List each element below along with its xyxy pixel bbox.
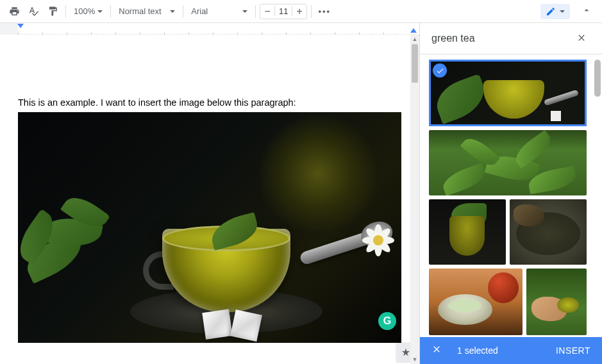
style-dropdown[interactable]: Normal text xyxy=(115,3,179,21)
editing-mode-button[interactable] xyxy=(540,4,570,19)
results-scrollbar-thumb[interactable] xyxy=(594,60,601,97)
collapse-toolbar-button[interactable] xyxy=(579,3,594,20)
font-size-group: − 11 + xyxy=(260,4,307,19)
separator xyxy=(183,5,183,18)
separator xyxy=(65,5,66,18)
paint-format-button[interactable] xyxy=(44,3,62,21)
scroll-up-arrow[interactable]: ▲ xyxy=(410,35,419,44)
zoom-value: 100% xyxy=(74,6,95,16)
ruler-ticks: 12345678910111213141516 xyxy=(0,23,419,35)
document-scrollbar[interactable]: ▲ ▼ xyxy=(410,35,419,364)
scroll-down-arrow[interactable]: ▼ xyxy=(410,355,419,364)
style-value: Normal text xyxy=(119,6,167,16)
spellcheck-icon xyxy=(28,6,39,17)
mint-leaves xyxy=(18,170,146,285)
print-button[interactable] xyxy=(5,3,23,21)
main-area: 12345678910111213141516 This is an examp… xyxy=(0,23,602,364)
separator xyxy=(110,5,111,18)
result-image-4[interactable] xyxy=(510,199,587,265)
document-pane: 12345678910111213141516 This is an examp… xyxy=(0,23,419,364)
deselect-button[interactable] xyxy=(431,344,442,357)
result-image-5[interactable] xyxy=(429,269,523,335)
pencil-icon xyxy=(546,6,556,17)
more-icon: ••• xyxy=(318,6,331,16)
insert-button[interactable]: INSERT xyxy=(556,345,590,356)
ruler-indent-marker[interactable] xyxy=(17,24,24,28)
toolbar: 100% Normal text Arial − 11 + ••• xyxy=(0,0,602,23)
document-image[interactable]: G xyxy=(18,112,401,343)
font-size-decrease-button[interactable]: − xyxy=(260,4,274,19)
chevron-up-icon xyxy=(581,5,592,15)
caret-icon xyxy=(97,10,103,13)
search-query[interactable]: green tea xyxy=(431,33,566,44)
caret-icon xyxy=(560,10,565,13)
ruler-right-marker[interactable] xyxy=(410,28,417,33)
daisy-flower xyxy=(359,221,397,260)
ruler[interactable]: 12345678910111213141516 xyxy=(0,23,419,35)
font-size-value[interactable]: 11 xyxy=(274,6,292,16)
result-image-2[interactable] xyxy=(429,130,587,195)
search-results xyxy=(420,60,602,337)
close-icon xyxy=(431,344,442,354)
image-search-panel: green tea xyxy=(419,23,602,364)
more-button[interactable]: ••• xyxy=(315,3,333,21)
font-size-increase-button[interactable]: + xyxy=(292,4,306,19)
panel-header: green tea xyxy=(420,23,602,54)
check-icon xyxy=(436,67,444,75)
grammarly-initial: G xyxy=(383,315,391,327)
close-panel-button[interactable] xyxy=(573,29,590,49)
document-page[interactable]: This is an example. I want to insert the… xyxy=(0,35,419,364)
document-paragraph[interactable]: This is an example. I want to insert the… xyxy=(18,97,401,108)
paint-roller-icon xyxy=(47,6,58,17)
grammarly-badge[interactable]: G xyxy=(378,312,396,330)
font-dropdown[interactable]: Arial xyxy=(187,3,251,21)
separator xyxy=(255,5,256,18)
zoom-dropdown[interactable]: 100% xyxy=(70,3,106,21)
caret-icon xyxy=(170,10,175,13)
sugar-cube xyxy=(202,309,232,339)
close-icon xyxy=(576,33,587,43)
caret-icon xyxy=(242,10,247,13)
result-image-3[interactable] xyxy=(429,199,506,265)
font-value: Arial xyxy=(191,6,240,16)
spellcheck-button[interactable] xyxy=(24,3,42,21)
scroll-thumb[interactable] xyxy=(412,44,418,83)
selected-check-badge xyxy=(433,63,447,78)
tea-cup xyxy=(149,206,303,312)
sugar-cube xyxy=(230,310,262,342)
print-icon xyxy=(9,6,20,17)
result-image-6[interactable] xyxy=(526,269,587,335)
panel-divider xyxy=(420,54,602,54)
selected-count: 1 selected xyxy=(457,345,556,356)
separator xyxy=(311,5,312,18)
panel-footer: 1 selected INSERT xyxy=(420,337,602,364)
result-image-1[interactable] xyxy=(429,60,587,126)
